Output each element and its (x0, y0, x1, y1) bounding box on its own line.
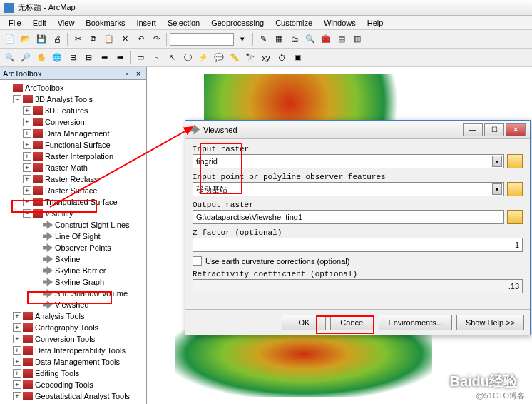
expand-icon[interactable]: + (23, 106, 31, 115)
tree-item[interactable]: −Visibility (0, 208, 146, 219)
tree-item[interactable]: +Raster Reclass (0, 173, 146, 185)
tree-item[interactable]: +Data Management (0, 128, 146, 139)
expand-icon[interactable]: + (23, 186, 31, 195)
menu-geoprocessing[interactable]: Geoprocessing (205, 17, 270, 29)
tree-item[interactable]: +Data Management Tools (0, 356, 146, 368)
catalog-icon[interactable]: 🗂 (287, 32, 302, 46)
tree-item[interactable]: +Conversion (0, 116, 146, 128)
open-icon[interactable]: 📂 (19, 32, 33, 46)
python-icon[interactable]: ▤ (334, 32, 349, 46)
find-icon[interactable]: 🔭 (243, 51, 257, 65)
expand-icon[interactable]: + (23, 152, 31, 161)
fixed-zoom-in-icon[interactable]: ⊞ (66, 51, 80, 65)
browse-button[interactable] (507, 210, 523, 224)
clear-selection-icon[interactable]: ▫ (149, 51, 163, 65)
table-icon[interactable]: ▦ (272, 32, 286, 46)
pin-icon[interactable]: ▫ (122, 69, 132, 79)
tree-item[interactable]: +Data Interoperability Tools (0, 345, 146, 356)
print-icon[interactable]: 🖨 (50, 32, 64, 46)
zoom-out-icon[interactable]: 🔎 (19, 51, 33, 65)
tree-item[interactable]: −3D Analyst Tools (0, 94, 146, 105)
expand-icon[interactable]: + (13, 323, 21, 332)
expand-icon[interactable]: + (13, 392, 21, 400)
tree-item[interactable]: Viewshed (0, 299, 146, 310)
expand-icon[interactable]: − (13, 95, 21, 103)
expand-icon[interactable]: + (13, 346, 21, 355)
cancel-button[interactable]: Cancel (330, 315, 374, 330)
environments-button[interactable]: Environments... (379, 315, 451, 330)
tree-item[interactable]: +Cartography Tools (0, 322, 146, 333)
browse-button[interactable] (507, 182, 523, 196)
save-icon[interactable]: 💾 (34, 32, 48, 46)
expand-icon[interactable]: + (13, 358, 21, 366)
cut-icon[interactable]: ✂ (71, 32, 85, 46)
editor-toolbar-icon[interactable]: ✎ (256, 32, 270, 46)
expand-icon[interactable]: + (23, 118, 31, 126)
chevron-down-icon[interactable]: ▾ (492, 156, 502, 167)
tree-item[interactable]: +Raster Math (0, 162, 146, 173)
html-popup-icon[interactable]: 💬 (212, 51, 226, 65)
menu-customize[interactable]: Customize (270, 17, 318, 29)
browse-button[interactable] (507, 154, 523, 168)
show-help-button[interactable]: Show Help >> (456, 315, 524, 330)
ok-button[interactable]: OK (282, 315, 326, 330)
tree-item[interactable]: +Geostatistical Analyst Tools (0, 390, 146, 402)
tree-item[interactable]: +Raster Interpolation (0, 151, 146, 162)
tree-item[interactable]: +Triangulated Surface (0, 196, 146, 208)
close-icon[interactable]: × (133, 69, 143, 79)
zoom-in-icon[interactable]: 🔍 (3, 51, 17, 65)
tree-item[interactable]: +Conversion Tools (0, 333, 146, 345)
new-icon[interactable]: 📄 (3, 32, 17, 46)
findxy-icon[interactable]: xy (259, 51, 273, 65)
menu-windows[interactable]: Windows (318, 17, 362, 29)
close-button[interactable]: ✕ (506, 123, 526, 136)
tree-item[interactable]: +Functional Surface (0, 139, 146, 151)
identify-icon[interactable]: ⓘ (180, 51, 195, 65)
modelbuilder-icon[interactable]: ▥ (350, 32, 364, 46)
menu-file[interactable]: File (3, 17, 27, 29)
chevron-down-icon[interactable]: ▾ (235, 32, 250, 46)
tree-item[interactable]: +Raster Surface (0, 185, 146, 196)
menu-insert[interactable]: Insert (131, 17, 162, 29)
measure-icon[interactable]: 📏 (227, 51, 242, 65)
viewer-icon[interactable]: ▣ (290, 51, 305, 65)
expand-icon[interactable]: − (23, 209, 31, 218)
observer-combo[interactable]: 移动基站▾ (193, 182, 504, 196)
expand-icon[interactable]: + (13, 312, 21, 320)
tree-item[interactable]: +Geocoding Tools (0, 379, 146, 390)
menu-view[interactable]: View (52, 17, 81, 29)
expand-icon[interactable]: + (23, 129, 31, 138)
expand-icon[interactable]: + (13, 369, 21, 378)
expand-icon[interactable]: + (23, 163, 31, 172)
zfactor-field[interactable]: 1 (193, 238, 523, 252)
menu-edit[interactable]: Edit (27, 17, 52, 29)
redo-icon[interactable]: ↷ (149, 32, 163, 46)
minimize-button[interactable]: — (463, 123, 483, 136)
undo-icon[interactable]: ↶ (133, 32, 148, 46)
tree-item[interactable]: Construct Sight Lines (0, 219, 146, 231)
delete-icon[interactable]: ✕ (118, 32, 132, 46)
tree-item[interactable]: ArcToolbox (0, 82, 146, 94)
tree-item[interactable]: Skyline Graph (0, 276, 146, 288)
expand-icon[interactable]: + (13, 335, 21, 343)
tree-item[interactable]: Sun Shadow Volume (0, 288, 146, 299)
chevron-down-icon[interactable]: ▾ (492, 183, 502, 195)
tree-item[interactable]: Skyline Barrier (0, 265, 146, 276)
pointer-icon[interactable]: ↖ (165, 51, 179, 65)
select-icon[interactable]: ▭ (133, 51, 148, 65)
toolbox-tree[interactable]: ArcToolbox−3D Analyst Tools+3D Features+… (0, 80, 146, 404)
back-icon[interactable]: ⬅ (97, 51, 111, 65)
output-raster-field[interactable]: G:\dataparctise\Viewshe_ting1 (193, 210, 504, 224)
tree-item[interactable]: +3D Features (0, 105, 146, 116)
tree-item[interactable]: Observer Points (0, 242, 146, 253)
expand-icon[interactable]: + (13, 380, 21, 389)
time-slider-icon[interactable]: ⏱ (275, 51, 289, 65)
tree-item[interactable]: +Analysis Tools (0, 310, 146, 322)
expand-icon[interactable]: + (23, 198, 31, 206)
fixed-zoom-out-icon[interactable]: ⊟ (81, 51, 96, 65)
tree-item[interactable]: Line Of Sight (0, 231, 146, 242)
expand-icon[interactable]: + (23, 141, 31, 149)
dialog-titlebar[interactable]: Viewshed — ☐ ✕ (185, 121, 530, 139)
menu-selection[interactable]: Selection (162, 17, 205, 29)
expand-icon[interactable]: + (23, 175, 31, 183)
